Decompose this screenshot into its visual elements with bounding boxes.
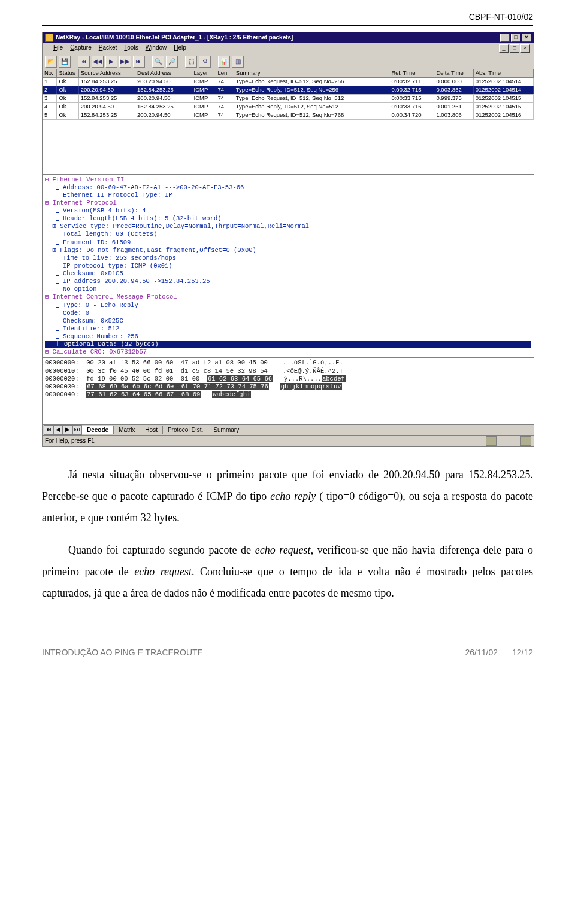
- mdi-minimize-button[interactable]: _: [499, 44, 509, 53]
- tree-node[interactable]: ⊞ Service type: Precd=Routine,Delay=Norm…: [45, 223, 531, 230]
- cell: 0:00:33.715: [389, 95, 434, 102]
- tab-scroll-next-icon[interactable]: ▶: [63, 425, 72, 435]
- prev-icon[interactable]: ◀◀: [92, 56, 104, 68]
- decode-tree[interactable]: ⊟ Ethernet Version II ⎿ Address: 00-60-4…: [43, 175, 534, 358]
- minimize-button[interactable]: _: [500, 34, 510, 42]
- table-row[interactable]: 1Ok152.84.253.25200.20.94.50ICMP74Type=E…: [43, 78, 534, 86]
- status-indicator-icon: [486, 436, 497, 446]
- chart-icon[interactable]: 📊: [218, 56, 230, 68]
- cell: 74: [216, 111, 234, 119]
- col-abstime[interactable]: Abs. Time: [474, 69, 534, 77]
- first-icon[interactable]: ⏮: [78, 56, 90, 68]
- mdi-maximize-button[interactable]: □: [510, 44, 519, 53]
- window-title: NetXRay - Local/IBM 100/10 EtherJet PCI …: [56, 34, 293, 41]
- tab-summary[interactable]: Summary: [208, 426, 244, 435]
- cell: 0:00:32.711: [389, 78, 434, 86]
- tree-node[interactable]: ⎿ Address: 00-60-47-AD-F2-A1 --->00-20-A…: [45, 184, 531, 192]
- tree-node[interactable]: ⎿ Version(MSB 4 bits): 4: [45, 207, 531, 215]
- tree-node[interactable]: ⎿ Identifier: 512: [45, 325, 531, 333]
- tree-node[interactable]: ⎿ Checksum: 0x525C: [45, 317, 531, 325]
- cell: 0:00:33.716: [389, 103, 434, 111]
- maximize-button[interactable]: □: [511, 34, 520, 42]
- tab-matrix[interactable]: Matrix: [113, 426, 140, 435]
- play-icon[interactable]: ▶: [105, 56, 117, 68]
- table-row[interactable]: 4Ok200.20.94.50152.84.253.25ICMP74Type=E…: [43, 103, 534, 111]
- menu-tools[interactable]: Tools: [124, 44, 138, 53]
- cell: 74: [216, 103, 234, 111]
- cell: 4: [43, 103, 57, 111]
- cell: ICMP: [192, 111, 216, 119]
- tree-node[interactable]: ⎿ IP address 200.20.94.50 ->152.84.253.2…: [45, 278, 531, 285]
- statusbar: For Help, press F1: [43, 435, 534, 446]
- tree-node[interactable]: ⎿ Optional Data: (32 bytes): [45, 341, 531, 348]
- hex-pane[interactable]: 00000000: 00 20 af f3 53 66 00 60 47 ad …: [43, 358, 534, 400]
- col-src[interactable]: Source Address: [79, 69, 135, 77]
- tree-node[interactable]: ⊟ Ethernet Version II: [45, 176, 531, 184]
- tree-node[interactable]: ⎿ Time to live: 253 seconds/hops: [45, 254, 531, 262]
- tab-decode[interactable]: Decode: [81, 426, 114, 435]
- tab-scroll-last-icon[interactable]: ⏭: [72, 425, 82, 435]
- last-icon[interactable]: ⏭: [133, 56, 145, 68]
- tree-node[interactable]: ⊟ Internet Protocol: [45, 199, 531, 207]
- tab-scroll-prev-icon[interactable]: ◀: [53, 425, 63, 435]
- grid-header: No. Status Source Address Dest Address L…: [43, 69, 534, 78]
- cell: 01252002 104514: [474, 86, 534, 94]
- tree-node[interactable]: ⊟ Internet Control Message Protocol: [45, 293, 531, 301]
- cell: Type=Echo Request, ID=512, Seq No=256: [234, 78, 390, 86]
- find-icon[interactable]: 🔍: [152, 56, 164, 68]
- menu-packet[interactable]: Packet: [99, 44, 117, 53]
- tree-node[interactable]: ⊟ Calculate CRC: 0x67312b57: [45, 348, 531, 356]
- titlebar[interactable]: NetXRay - Local/IBM 100/10 EtherJet PCI …: [43, 32, 534, 43]
- table-row[interactable]: 2Ok200.20.94.50152.84.253.25ICMP74Type=E…: [43, 86, 534, 95]
- cell: 200.20.94.50: [135, 95, 192, 102]
- tree-node[interactable]: ⊞ Flags: Do not fragment,Last fragment,O…: [45, 247, 531, 254]
- cell: 1: [43, 78, 57, 86]
- statusbar-text: For Help, press F1: [45, 437, 95, 445]
- tab-protocol-dist[interactable]: Protocol Dist.: [162, 426, 208, 435]
- tree-node[interactable]: ⎿ Sequence Number: 256: [45, 333, 531, 341]
- cell: 152.84.253.25: [79, 95, 135, 102]
- tree-node[interactable]: ⎿ No option: [45, 285, 531, 293]
- menu-help[interactable]: Help: [174, 44, 186, 53]
- cell: 152.84.253.25: [79, 78, 135, 86]
- col-deltatime[interactable]: Delta Time: [434, 69, 473, 77]
- zoom-icon[interactable]: 🔎: [166, 56, 178, 68]
- table-row[interactable]: 5Ok152.84.253.25200.20.94.50ICMP74Type=E…: [43, 111, 534, 120]
- cell: Type=Echo Reply, ID=512, Seq No=256: [234, 86, 390, 94]
- cell: 0.000.000: [434, 78, 473, 86]
- col-no[interactable]: No.: [43, 69, 57, 77]
- tab-host[interactable]: Host: [140, 426, 163, 435]
- options-icon[interactable]: ⚙: [199, 56, 211, 68]
- mdi-close-button[interactable]: ×: [520, 44, 530, 53]
- next-icon[interactable]: ▶▶: [119, 56, 131, 68]
- cell: 0.003.852: [434, 86, 473, 94]
- tree-node[interactable]: ⎿ Total length: 60 (Octets): [45, 230, 531, 238]
- tab-scroll-first-icon[interactable]: ⏮: [44, 425, 53, 435]
- tree-node[interactable]: ⎿ IP protocol type: ICMP (0x01): [45, 262, 531, 270]
- tree-node[interactable]: ⎿ Code: 0: [45, 309, 531, 317]
- menu-file[interactable]: File: [53, 44, 63, 53]
- cell: 74: [216, 95, 234, 102]
- save-icon[interactable]: 💾: [59, 56, 71, 68]
- menu-capture[interactable]: Capture: [70, 44, 92, 53]
- cell: 152.84.253.25: [135, 86, 192, 94]
- tree-node[interactable]: ⎿ Header length(LSB 4 bits): 5 (32-bit w…: [45, 215, 531, 223]
- tree-node[interactable]: ⎿ Fragment ID: 61509: [45, 239, 531, 247]
- filter-icon[interactable]: ▥: [232, 56, 244, 68]
- table-row[interactable]: 3Ok152.84.253.25200.20.94.50ICMP74Type=E…: [43, 95, 534, 103]
- col-status[interactable]: Status: [57, 69, 78, 77]
- cell: 01252002 104515: [474, 103, 534, 111]
- col-summary[interactable]: Summary: [234, 69, 390, 77]
- tree-node[interactable]: ⎿ Ethernet II Protocol Type: IP: [45, 192, 531, 199]
- col-len[interactable]: Len: [216, 69, 234, 77]
- open-icon[interactable]: 📂: [45, 56, 57, 68]
- tree-node[interactable]: ⎿ Type: 0 - Echo Reply: [45, 302, 531, 309]
- col-dst[interactable]: Dest Address: [135, 69, 192, 77]
- cell: Type=Echo Request, ID=512, Seq No=512: [234, 95, 390, 102]
- col-reltime[interactable]: Rel. Time: [389, 69, 434, 77]
- menu-window[interactable]: Window: [146, 44, 167, 53]
- tree-node[interactable]: ⎿ Checksum: 0xD1C5: [45, 270, 531, 278]
- close-button[interactable]: ×: [522, 34, 531, 42]
- col-layer[interactable]: Layer: [192, 69, 216, 77]
- raw-icon[interactable]: ⬚: [185, 56, 197, 68]
